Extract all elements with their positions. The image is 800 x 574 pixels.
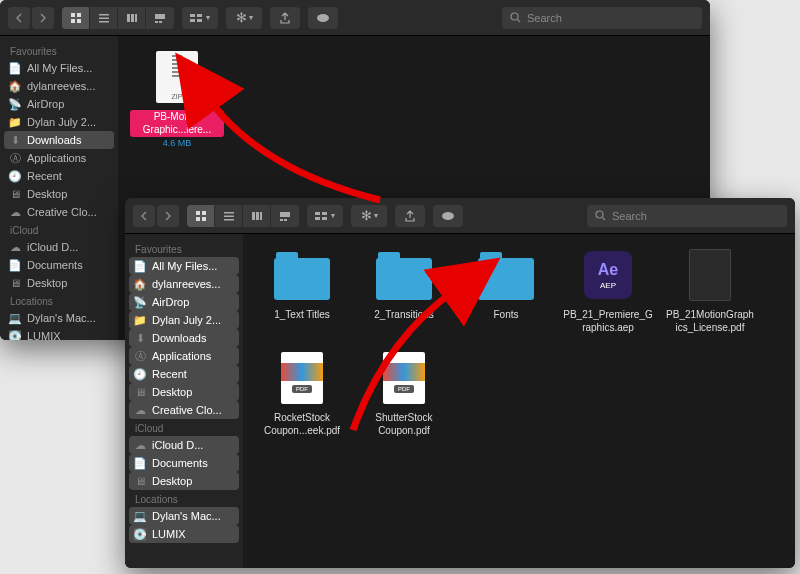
arrange-button[interactable]: ▾ (182, 7, 218, 29)
sidebar-item[interactable]: ⬇Downloads (4, 131, 114, 149)
action-button[interactable]: ✻▾ (351, 205, 387, 227)
sidebar-item[interactable]: 💻Dylan's Mac... (129, 507, 239, 525)
laptop-icon: 💻 (133, 509, 147, 523)
sidebar-item[interactable]: 🖥Desktop (129, 383, 239, 401)
view-gallery-button[interactable] (271, 205, 299, 227)
nav-forward-button[interactable] (32, 7, 54, 29)
svg-rect-1 (77, 13, 81, 17)
sidebar-item[interactable]: 💽LUMIX (129, 525, 239, 543)
sidebar-item[interactable]: 📡AirDrop (129, 293, 239, 311)
svg-rect-36 (322, 217, 327, 220)
cloud-icon: ☁ (133, 403, 147, 417)
clock-icon: 🕘 (8, 169, 22, 183)
action-button[interactable]: ✻▾ (226, 7, 262, 29)
pdf-file-icon (681, 246, 739, 304)
share-button[interactable] (395, 205, 425, 227)
download-icon: ⬇ (8, 133, 22, 147)
sidebar-item[interactable]: 💽LUMIX (0, 327, 118, 340)
view-list-button[interactable] (90, 7, 118, 29)
view-switcher (187, 205, 299, 227)
sidebar-item-label: Dylan's Mac... (152, 510, 221, 522)
share-button[interactable] (270, 7, 300, 29)
desktop-icon: 🖥 (8, 276, 22, 290)
sidebar-item[interactable]: 💻Dylan's Mac... (0, 309, 118, 327)
sidebar-item[interactable]: 🕘Recent (129, 365, 239, 383)
sidebar: Favourites📄All My Files...🏠dylanreeves..… (0, 36, 118, 340)
sidebar-item[interactable]: 📄Documents (0, 256, 118, 274)
search-field[interactable]: Search (587, 205, 787, 227)
sidebar-section-header: Locations (0, 292, 118, 309)
disk-icon: 💽 (8, 329, 22, 340)
sidebar-item-label: Downloads (27, 134, 81, 146)
sidebar-item[interactable]: 📁Dylan July 2... (0, 113, 118, 131)
nav-back-button[interactable] (133, 205, 155, 227)
file-item[interactable]: 2_Transitions (357, 246, 451, 335)
search-field[interactable]: Search (502, 7, 702, 29)
file-label: RocketStock Coupon...eek.pdf (255, 411, 349, 438)
desktop-icon: 🖥 (8, 187, 22, 201)
sidebar-item[interactable]: 📄All My Files... (129, 257, 239, 275)
aep-file-icon: AeAEP (579, 246, 637, 304)
sidebar-item[interactable]: 📁Dylan July 2... (129, 311, 239, 329)
sidebar-item[interactable]: 📄Documents (129, 454, 239, 472)
sidebar-item[interactable]: 📄All My Files... (0, 59, 118, 77)
sidebar: Favourites📄All My Files...🏠dylanreeves..… (125, 234, 243, 568)
sidebar-item[interactable]: 🏠dylanreeves... (129, 275, 239, 293)
sidebar-item[interactable]: ☁iCloud D... (0, 238, 118, 256)
grid-icon (195, 210, 207, 222)
svg-rect-14 (190, 19, 195, 22)
arrange-button[interactable]: ▾ (307, 205, 343, 227)
svg-point-38 (596, 211, 603, 218)
file-item[interactable]: ZIP PB-Motion Graphic...iere... 4.6 MB (130, 48, 224, 148)
content-area[interactable]: 1_Text Titles2_TransitionsFontsAeAEPPB_2… (243, 234, 795, 568)
nav-back-button[interactable] (8, 7, 30, 29)
file-item[interactable]: PDFShutterStock Coupon.pdf (357, 349, 451, 438)
sidebar-item[interactable]: ☁iCloud D... (129, 436, 239, 454)
sidebar-item[interactable]: 📡AirDrop (0, 95, 118, 113)
file-item[interactable]: AeAEPPB_21_Premiere_Graphics.aep (561, 246, 655, 335)
nav-forward-button[interactable] (157, 205, 179, 227)
tags-button[interactable] (433, 205, 463, 227)
svg-rect-15 (197, 14, 202, 17)
sidebar-item[interactable]: 🖥Desktop (0, 274, 118, 292)
tags-button[interactable] (308, 7, 338, 29)
airdrop-icon: 📡 (8, 97, 22, 111)
svg-rect-10 (155, 14, 165, 19)
svg-rect-28 (256, 212, 259, 220)
sidebar-item-label: Desktop (27, 277, 67, 289)
download-icon: ⬇ (133, 331, 147, 345)
view-icon-button[interactable] (187, 205, 215, 227)
file-item[interactable]: PDFRocketStock Coupon...eek.pdf (255, 349, 349, 438)
sidebar-item[interactable]: ⬇Downloads (129, 329, 239, 347)
svg-point-17 (317, 14, 329, 22)
svg-rect-9 (135, 14, 137, 22)
sidebar-item[interactable]: ⒶApplications (0, 149, 118, 167)
sidebar-item[interactable]: ☁Creative Clo... (129, 401, 239, 419)
view-list-button[interactable] (215, 205, 243, 227)
view-column-button[interactable] (243, 205, 271, 227)
clock-icon: 🕘 (133, 367, 147, 381)
sidebar-item[interactable]: 🕘Recent (0, 167, 118, 185)
view-column-button[interactable] (118, 7, 146, 29)
folder-icon: 📁 (133, 313, 147, 327)
app-icon: Ⓐ (133, 349, 147, 363)
sidebar-item-label: AirDrop (27, 98, 64, 110)
view-icon-button[interactable] (62, 7, 90, 29)
gallery-icon (154, 12, 166, 24)
file-item[interactable]: Fonts (459, 246, 553, 335)
view-gallery-button[interactable] (146, 7, 174, 29)
file-item[interactable]: PB_21MotionGraphics_License.pdf (663, 246, 757, 335)
sidebar-item[interactable]: 🖥Desktop (0, 185, 118, 203)
folder-icon (273, 246, 331, 304)
svg-rect-25 (224, 215, 234, 217)
sidebar-item[interactable]: ⒶApplications (129, 347, 239, 365)
sidebar-item[interactable]: 🖥Desktop (129, 472, 239, 490)
svg-rect-2 (71, 19, 75, 23)
sidebar-item[interactable]: 🏠dylanreeves... (0, 77, 118, 95)
sidebar-item-label: Desktop (27, 188, 67, 200)
toolbar: ▾ ✻▾ Search (0, 0, 710, 36)
doc-icon: 📄 (8, 61, 22, 75)
file-item[interactable]: 1_Text Titles (255, 246, 349, 335)
sidebar-item[interactable]: ☁Creative Clo... (0, 203, 118, 221)
svg-rect-16 (197, 19, 202, 22)
